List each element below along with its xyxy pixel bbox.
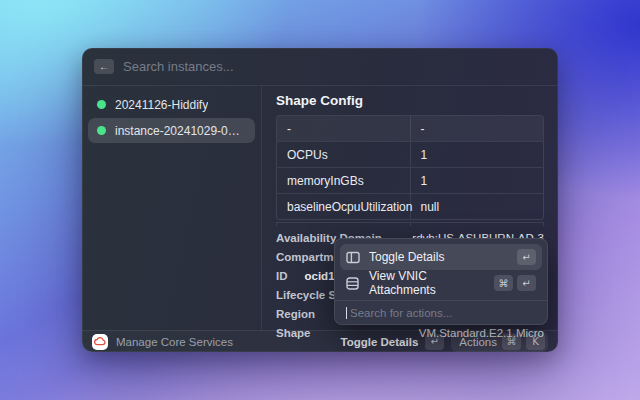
arrow-left-icon: ← — [99, 61, 109, 72]
table-header-row: - - — [277, 116, 543, 141]
instance-name: instance-20241029-0105-Hesti... — [115, 124, 246, 138]
list-item-instance-1[interactable]: 20241126-Hiddify — [88, 92, 255, 117]
table-header-value: - — [410, 116, 544, 141]
launcher-window: ← Search instances... 20241126-Hiddify i… — [82, 48, 558, 352]
meta-row-shape: Shape VM.Standard.E2.1.Micro — [276, 323, 544, 342]
shortcut-keys: ⌘ ↵ — [494, 275, 536, 291]
oracle-cloud-logo — [92, 334, 108, 350]
cmd-key-badge: ⌘ — [494, 275, 513, 291]
toggle-details-icon — [346, 251, 361, 264]
window-body: 20241126-Hiddify instance-20241029-0105-… — [82, 86, 558, 330]
table-cell-key: OCPUs — [277, 142, 410, 167]
table-row: memoryInGBs 1 — [277, 167, 543, 193]
detail-title: Shape Config — [276, 93, 544, 108]
status-dot — [97, 126, 106, 135]
table-row-partial — [276, 222, 544, 226]
meta-label: ID — [276, 270, 288, 282]
shortcut-keys: ↵ — [517, 249, 536, 265]
popup-item-label: Toggle Details — [369, 250, 444, 264]
popup-item-label: View VNIC Attachments — [369, 269, 486, 297]
meta-label: Shape — [276, 327, 311, 339]
popup-item-view-vnic-attachments[interactable]: View VNIC Attachments ⌘ ↵ — [340, 270, 542, 296]
actions-search-input[interactable]: Search for actions... — [340, 301, 542, 324]
search-input[interactable]: Search instances... — [123, 59, 234, 74]
list-item-instance-2[interactable]: instance-20241029-0105-Hesti... — [88, 118, 255, 143]
popup-item-toggle-details[interactable]: Toggle Details ↵ — [340, 244, 542, 270]
back-button[interactable]: ← — [94, 59, 114, 74]
instance-name: 20241126-Hiddify — [115, 98, 208, 112]
table-cell-key: memoryInGBs — [277, 168, 410, 193]
table-cell-value: 1 — [410, 168, 544, 193]
table-row: OCPUs 1 — [277, 141, 543, 167]
status-dot — [97, 100, 106, 109]
vnic-attachments-icon — [346, 277, 361, 290]
actions-popup: Toggle Details ↵ View VNIC Attachments ⌘… — [334, 238, 548, 325]
instance-list: 20241126-Hiddify instance-20241029-0105-… — [82, 86, 262, 330]
table-row: baselineOcpuUtilization null — [277, 193, 543, 219]
enter-key-badge: ↵ — [517, 249, 536, 265]
table-cell-value: 1 — [410, 142, 544, 167]
search-header: ← Search instances... — [82, 48, 558, 86]
table-header-key: - — [277, 116, 410, 141]
enter-key-badge: ↵ — [517, 275, 536, 291]
meta-label: Region — [276, 308, 315, 320]
footer-app-label: Manage Core Services — [116, 336, 233, 348]
text-caret — [346, 307, 347, 319]
table-cell-key: baselineOcpuUtilization — [277, 194, 410, 219]
table-cell-value: null — [410, 194, 544, 219]
shape-config-table: - - OCPUs 1 memoryInGBs 1 baselineOcpuUt… — [276, 115, 544, 220]
actions-search-placeholder: Search for actions... — [350, 307, 452, 319]
meta-value: VM.Standard.E2.1.Micro — [419, 327, 544, 339]
